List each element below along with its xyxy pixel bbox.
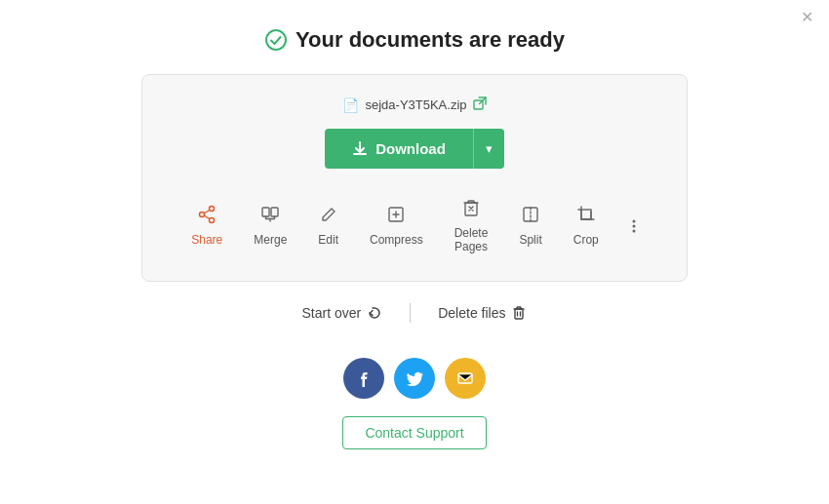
tool-share[interactable]: Share [176, 197, 238, 254]
social-row [343, 358, 486, 399]
actions-row: Start over Delete files [302, 303, 528, 323]
check-icon [264, 28, 288, 52]
delete-icon [511, 305, 527, 321]
merge-icon [260, 205, 280, 229]
delete-pages-icon [461, 198, 481, 222]
svg-rect-14 [515, 309, 523, 319]
twitter-button[interactable] [394, 358, 435, 399]
main-card: 📄 sejda-Y3T5KA.zip Download ▾ [141, 74, 688, 282]
more-icon [624, 216, 644, 236]
crop-label: Crop [573, 233, 599, 247]
svg-point-3 [210, 218, 215, 223]
tool-crop[interactable]: Crop [558, 197, 614, 254]
tool-compress[interactable]: Compress [354, 197, 439, 254]
edit-label: Edit [318, 233, 338, 247]
delete-pages-label: DeletePages [454, 226, 489, 253]
download-dropdown-button[interactable]: ▾ [473, 129, 504, 169]
facebook-button[interactable] [343, 358, 384, 399]
share-icon [197, 205, 217, 229]
svg-rect-6 [271, 208, 278, 216]
merge-label: Merge [254, 233, 287, 247]
filename: sejda-Y3T5KA.zip [365, 97, 466, 112]
close-button[interactable]: ✕ [801, 10, 813, 25]
compress-icon [386, 205, 406, 229]
svg-point-0 [266, 30, 286, 50]
crop-icon [576, 205, 596, 229]
tool-split[interactable]: Split [503, 197, 557, 254]
split-icon [521, 205, 540, 229]
download-row: Download ▾ [325, 129, 504, 169]
svg-point-11 [632, 219, 635, 222]
filename-row: 📄 sejda-Y3T5KA.zip [342, 97, 486, 113]
twitter-icon [406, 369, 423, 387]
start-over-button[interactable]: Start over [302, 305, 383, 321]
tool-merge[interactable]: Merge [238, 197, 302, 254]
svg-point-2 [210, 207, 215, 212]
title-row: Your documents are ready [264, 27, 565, 53]
svg-point-13 [632, 229, 635, 232]
external-link-icon[interactable] [473, 97, 487, 113]
email-icon [456, 369, 474, 387]
page-title: Your documents are ready [296, 27, 565, 53]
svg-rect-10 [581, 210, 591, 219]
facebook-icon [355, 369, 373, 387]
tool-delete-pages[interactable]: DeletePages [439, 190, 504, 261]
divider [410, 303, 411, 323]
split-label: Split [519, 233, 541, 247]
email-button[interactable] [445, 358, 486, 399]
share-label: Share [191, 233, 222, 247]
svg-point-12 [632, 224, 635, 227]
file-icon: 📄 [342, 97, 359, 113]
more-tools-button[interactable] [614, 209, 653, 244]
download-button[interactable]: Download [325, 129, 473, 169]
start-over-icon [367, 305, 382, 321]
tool-edit[interactable]: Edit [302, 197, 354, 254]
tools-row: Share Merge Edit [166, 190, 663, 261]
download-icon [352, 141, 368, 157]
svg-point-4 [200, 213, 205, 217]
compress-label: Compress [370, 233, 423, 247]
delete-files-button[interactable]: Delete files [438, 305, 527, 321]
contact-support-button[interactable]: Contact Support [342, 416, 486, 449]
svg-rect-5 [262, 208, 269, 216]
edit-icon [319, 205, 338, 229]
